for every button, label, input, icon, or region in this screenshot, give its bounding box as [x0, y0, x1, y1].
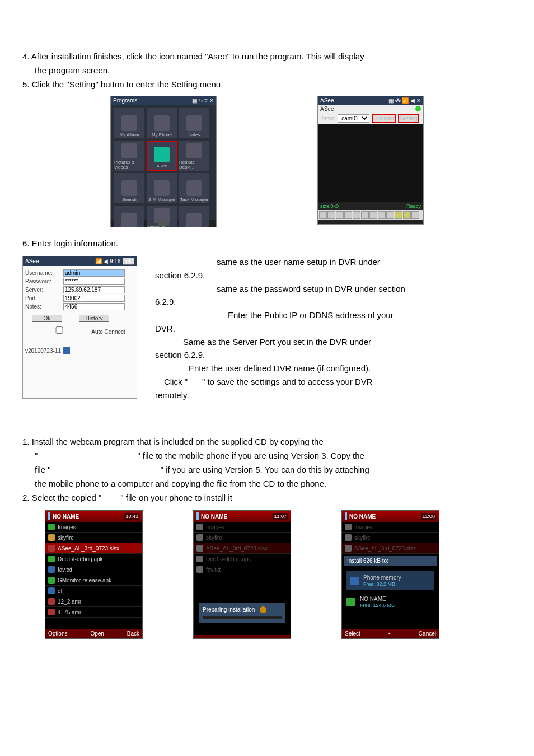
- phone-memory-icon: [350, 577, 359, 585]
- sym2-title: NO NAME: [201, 514, 227, 520]
- sec6-password-line2: 6.2.9.: [155, 296, 512, 308]
- sym2-time: 11:07: [273, 513, 288, 520]
- sec6-username-line: same as the user name setup in DVR under: [155, 256, 512, 268]
- section-6-text: same as the user name setup in DVR under…: [155, 256, 512, 402]
- notes-field[interactable]: [63, 303, 125, 310]
- login-title: ASee: [25, 258, 39, 264]
- ok-button[interactable]: Ok: [32, 315, 62, 322]
- cell-sim-manager: SIM Manager: [148, 197, 175, 202]
- username-label: Username:: [25, 270, 61, 276]
- sym1-item-skyfire: skyfire: [58, 535, 74, 541]
- windows-icon: [63, 347, 70, 354]
- auto-connect-label: Auto Connect: [91, 329, 125, 335]
- sym3-soft-mid[interactable]: •: [388, 631, 391, 637]
- phone-memory-free: Free: 32.2 MB: [363, 581, 395, 587]
- section-6-row: ASee 📶 ◀ 9:16 ok Username: Password: Ser…: [22, 256, 512, 402]
- sym3-item-skyfire: skyfire: [354, 535, 371, 541]
- sym3-soft-cancel[interactable]: Cancel: [419, 631, 436, 637]
- install-size-header: Install 626 kB to:: [344, 556, 437, 566]
- noname-free: Free: 124.6 MB: [360, 603, 395, 608]
- sec6-click-line2: remotely.: [155, 389, 512, 402]
- video-area: [318, 124, 423, 202]
- sec6-port-line: Same as the Server Port you set in the D…: [155, 336, 512, 348]
- sym3-item-images: Images: [354, 524, 373, 530]
- cell-my-phone: My Phone: [152, 132, 172, 137]
- sym1-item-gmonitor: GMonitor-release.apk: [58, 577, 111, 584]
- install-option-noname[interactable]: NO NAMEFree: 124.6 MB: [346, 596, 434, 608]
- sym-step-2: 2. Select the copied "" file on your pho…: [22, 492, 512, 503]
- sym1-item-images: Images: [58, 524, 76, 530]
- sym2-item-favtxt: fav.txt: [206, 567, 221, 573]
- windows-key-icon: [158, 221, 169, 226]
- sym1-soft-options[interactable]: Options: [48, 631, 67, 637]
- preparing-overlay: Preparing installation: [199, 603, 285, 623]
- sec6-server-line: Enter the Public IP or DDNS address of y…: [155, 309, 512, 321]
- cell-remote-desktop: Remote Deskt...: [179, 160, 209, 170]
- sym2-item-dectst: DecTst-debug.apk: [206, 556, 251, 562]
- step-5: 5. Click the "Setting" button to enter t…: [22, 78, 512, 90]
- sym3-soft-select[interactable]: Select: [345, 631, 360, 637]
- connect-button[interactable]: Connect: [372, 114, 396, 123]
- port-field[interactable]: [63, 295, 125, 302]
- screenshot-symbian-install-target: NO NAME 11:08 Images skyfire ASee_AL_3rd…: [341, 510, 439, 639]
- sym1-item-4-75: 4_75.amr: [58, 609, 81, 615]
- sec6-username-line2: section 6.2.9.: [155, 269, 512, 282]
- screenshot-symbian-filelist: NO NAME 10:43 Images skyfire ASee_AL_3rd…: [45, 510, 143, 639]
- items-select[interactable]: cam01: [338, 114, 369, 123]
- sym3-time: 11:08: [421, 513, 436, 520]
- cell-my-album: My Album: [119, 132, 139, 137]
- cell-asee: ASee: [156, 164, 167, 169]
- cell-notes: Notes: [189, 132, 200, 137]
- port-label: Port:: [25, 295, 61, 301]
- sec6-click-line: Click "" to save the settings and to acc…: [155, 376, 512, 388]
- setting-button[interactable]: Setting: [398, 114, 419, 123]
- sym-step-1d: the mobile phone to a computer and copyi…: [22, 478, 512, 489]
- programs-title: Programs: [113, 97, 137, 104]
- sym1-title: NO NAME: [53, 514, 79, 520]
- sym-step-1c: file "" if you are using Version 5. You …: [22, 464, 512, 475]
- screenshots-row-top: Programs ▦ ⇆ ⍢ ✕ My Album My Phone Notes…: [22, 96, 512, 227]
- sym1-item-asee-sisx: ASee_AL_3rd_0723.sisx: [58, 545, 119, 552]
- preparing-text: Preparing installation: [203, 606, 255, 613]
- screenshot-symbian-preparing: NO NAME 11:07 Images skyfire ASee_AL_3rd…: [193, 510, 291, 639]
- sym1-item-favtxt: fav.txt: [58, 567, 72, 573]
- sym1-soft-open[interactable]: Open: [90, 631, 104, 637]
- sym2-item-images: Images: [206, 524, 224, 530]
- sec6-notes-line: Enter the user defined DVR name (if conf…: [155, 362, 512, 375]
- status-dot-icon: [415, 106, 421, 111]
- sym2-item-skyfire: skyfire: [206, 535, 222, 541]
- phone-memory-title: Phone memory: [363, 575, 401, 581]
- password-field[interactable]: [63, 278, 125, 285]
- asee-status-icons: ▦ ⁂ 📶 ◀ ✕: [388, 97, 421, 104]
- sym1-time: 10:43: [124, 513, 139, 520]
- signal-icon: 📶 ◀ 9:16: [95, 258, 120, 264]
- password-label: Password:: [25, 278, 61, 284]
- sym1-item-12-2: 12_2.amr: [58, 599, 81, 605]
- asee-title: ASee: [320, 97, 334, 104]
- server-field[interactable]: [63, 286, 125, 293]
- install-option-phone[interactable]: Phone memoryFree: 32.2 MB: [346, 571, 434, 590]
- programs-status-icons: ▦ ⇆ ⍢ ✕: [192, 97, 214, 104]
- sym-step-1b: "" file to the mobile phone if you are u…: [22, 450, 512, 461]
- cell-search: Search: [122, 197, 136, 202]
- sym1-soft-back[interactable]: Back: [127, 631, 139, 637]
- items-label: Items:: [320, 115, 335, 122]
- gear-icon: [260, 606, 266, 613]
- size-readout: size:0x0: [320, 203, 339, 209]
- ok-title-button[interactable]: ok: [123, 258, 134, 265]
- sym1-item-qf: qf: [58, 588, 62, 594]
- version-text: v20100723-11: [25, 348, 61, 354]
- noname-title: NO NAME: [360, 596, 386, 602]
- ready-readout: Ready: [406, 203, 421, 209]
- programs-grid: My Album My Phone Notes Pictures & Video…: [111, 105, 216, 220]
- sym3-item-asee-sisx: ASee_AL_3rd_0723.sisx: [354, 545, 416, 552]
- auto-connect-checkbox[interactable]: [29, 326, 90, 334]
- sec6-server-line2: DVR.: [155, 323, 512, 335]
- sec6-port-line2: section 6.2.9.: [155, 349, 512, 361]
- screenshot-login: ASee 📶 ◀ 9:16 ok Username: Password: Ser…: [22, 256, 137, 399]
- sym3-title: NO NAME: [349, 514, 376, 520]
- username-field[interactable]: [63, 269, 125, 277]
- screenshot-programs: Programs ▦ ⇆ ⍢ ✕ My Album My Phone Notes…: [110, 96, 217, 227]
- history-button[interactable]: History: [79, 315, 109, 322]
- step-4-line2: the program screen.: [22, 64, 512, 76]
